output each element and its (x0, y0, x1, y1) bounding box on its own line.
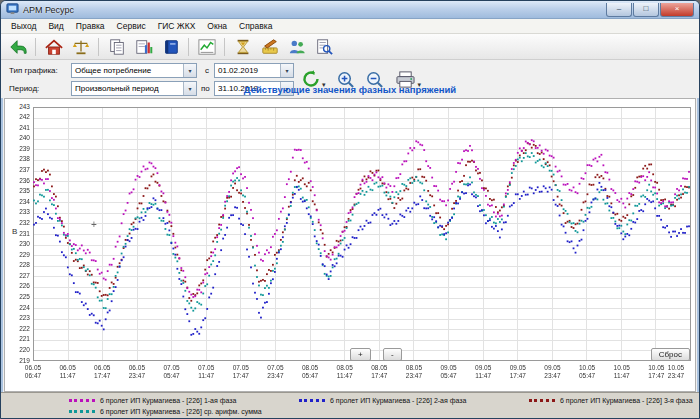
y-tick-label: 241 (7, 125, 30, 132)
back-arrow-icon (9, 38, 27, 56)
hourglass-icon (234, 38, 252, 56)
close-button[interactable]: × (660, 3, 694, 17)
y-tick-label: 223 (7, 315, 30, 322)
date-from-input[interactable]: 01.02.2019 ▾ (214, 63, 294, 78)
y-tick-label: 235 (7, 188, 30, 195)
menubar: ВыходВидПравкаСервисГИС ЖКХОкнаСправка (1, 19, 699, 34)
maximize-button[interactable]: □ (633, 3, 659, 17)
y-tick-label: 243 (7, 104, 30, 111)
legend-item: 6 пролет ИП Курмагиева - [226] 2-ая фаза (299, 395, 529, 405)
menu-item-windows[interactable]: Окна (201, 20, 233, 32)
y-tick-label: 236 (7, 178, 30, 185)
x-tick-label: 06.0517:47 (83, 364, 121, 380)
y-tick-label: 237 (7, 167, 30, 174)
chart-frame-button[interactable] (194, 35, 219, 58)
y-tick-label: 227 (7, 273, 30, 280)
toolbar (1, 34, 699, 60)
x-tick-label: 07.0511:47 (187, 364, 225, 380)
chevron-down-icon[interactable]: ▾ (183, 64, 196, 77)
legend-item: 6 пролет ИП Курмагиева - [226] 3-я фаза (529, 395, 699, 405)
y-tick-label: 225 (7, 294, 30, 301)
legend-label: 6 пролет ИП Курмагиева - [226] 2-ая фаза (330, 397, 466, 404)
chart-area: В 24324224124023923823723623523423323223… (4, 98, 696, 392)
chart-title: Действующие значения фазных напряжений (244, 84, 456, 95)
y-tick-label: 226 (7, 283, 30, 290)
book-button[interactable] (158, 35, 183, 58)
plot-zoom-out-button[interactable]: - (383, 348, 402, 361)
x-tick-label: 08.0523:47 (395, 364, 433, 380)
titlebar[interactable]: АРМ Ресурс – □ × (1, 1, 699, 19)
chart-canvas[interactable] (33, 107, 691, 361)
report-chart-icon (135, 38, 153, 56)
menu-item-view[interactable]: Вид (42, 20, 69, 32)
x-tick-label: 10.0511:47 (603, 364, 641, 380)
window-controls: – □ × (605, 3, 694, 17)
y-tick-label: 220 (7, 347, 30, 354)
y-tick-label: 228 (7, 262, 30, 269)
legend: 6 пролет ИП Курмагиева - [226] 1-ая фаза… (1, 392, 699, 418)
x-tick-label: 08.0505:47 (291, 364, 329, 380)
toolbar-separator (224, 38, 225, 56)
copy-documents-button[interactable] (104, 35, 129, 58)
scales-icon (72, 38, 90, 56)
x-tick-label: 06.0523:47 (118, 364, 156, 380)
minimize-button[interactable]: – (606, 3, 632, 17)
x-tick-label: 06.0511:47 (49, 364, 87, 380)
y-tick-label: 240 (7, 135, 30, 142)
y-tick-label: 222 (7, 326, 30, 333)
app-window: АРМ Ресурс – □ × ВыходВидПравкаСервисГИС… (0, 0, 700, 419)
menu-item-help[interactable]: Справка (233, 20, 278, 32)
y-tick-label: 233 (7, 209, 30, 216)
filter-panel: Тип графика: Общее потребление ▾ с 01.02… (1, 60, 699, 98)
ruler-pencil-icon (261, 38, 279, 56)
document-search-button[interactable] (311, 35, 336, 58)
date-to-label: по (201, 84, 210, 93)
report-chart-button[interactable] (131, 35, 156, 58)
legend-item: 6 пролет ИП Курмагиева - [226] ср. арифм… (69, 406, 299, 416)
users-button[interactable] (284, 35, 309, 58)
y-tick-label: 229 (7, 252, 30, 259)
reset-button[interactable]: Сброс (651, 348, 690, 361)
period-value: Произвольный период (75, 84, 159, 93)
legend-label: 6 пролет ИП Курмагиева - [226] 1-ая фаза (100, 397, 236, 404)
legend-label: 6 пролет ИП Курмагиева - [226] 3-я фаза (560, 397, 693, 404)
chart-type-label: Тип графика: (9, 66, 58, 75)
menu-item-service[interactable]: Сервис (111, 20, 152, 32)
x-tick-label: 09.0523:47 (533, 364, 571, 380)
chart-type-select[interactable]: Общее потребление ▾ (71, 63, 197, 78)
window-title: АРМ Ресурс (23, 5, 74, 15)
y-tick-label: 242 (7, 114, 30, 121)
menu-item-edit[interactable]: Правка (70, 20, 111, 32)
toolbar-separator (188, 38, 189, 56)
toolbar-separator (35, 38, 36, 56)
chart-frame-icon (198, 38, 216, 56)
x-tick-label: 10.0505:47 (568, 364, 606, 380)
chart-type-value: Общее потребление (75, 66, 151, 75)
app-icon (6, 1, 19, 19)
chevron-down-icon[interactable]: ▾ (280, 64, 293, 77)
menu-item-exit[interactable]: Выход (5, 20, 42, 32)
legend-swatch (69, 410, 95, 413)
period-select[interactable]: Произвольный период ▾ (71, 81, 197, 96)
x-tick-label: 10.0523:47 (657, 364, 695, 380)
ruler-pencil-button[interactable] (257, 35, 282, 58)
legend-swatch (529, 399, 555, 402)
date-from-value: 01.02.2019 (218, 66, 258, 75)
hourglass-button[interactable] (230, 35, 255, 58)
toolbar-separator (98, 38, 99, 56)
y-tick-label: 230 (7, 241, 30, 248)
back-arrow-button[interactable] (5, 35, 30, 58)
menu-item-gis-zhkh[interactable]: ГИС ЖКХ (152, 20, 202, 32)
x-tick-label: 09.0511:47 (464, 364, 502, 380)
chevron-down-icon[interactable]: ▾ (183, 82, 196, 95)
plot-zoom-in-button[interactable]: + (350, 348, 371, 361)
x-tick-label: 06.0506:47 (14, 364, 52, 380)
scales-button[interactable] (68, 35, 93, 58)
legend-swatch (299, 399, 325, 402)
x-tick-label: 07.0505:47 (153, 364, 191, 380)
book-icon (162, 38, 180, 56)
home-button[interactable] (41, 35, 66, 58)
y-tick-label: 232 (7, 220, 30, 227)
y-tick-label: 221 (7, 336, 30, 343)
x-tick-label: 09.0505:47 (430, 364, 468, 380)
